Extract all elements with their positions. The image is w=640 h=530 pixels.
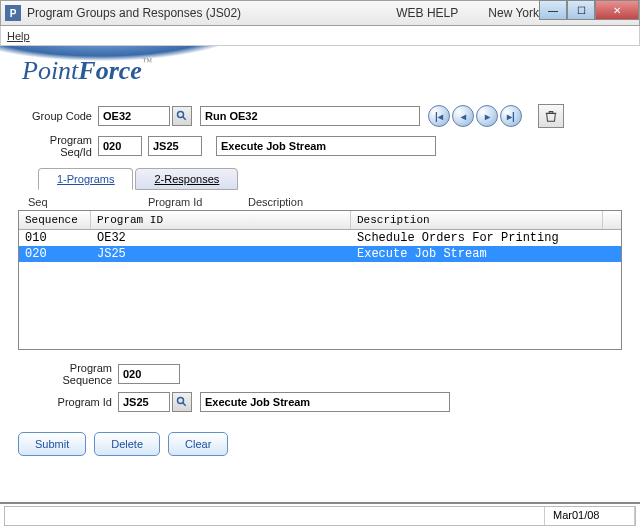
title-bar: P Program Groups and Responses (JS02) WE… (0, 0, 640, 26)
logo-area: PointForce™ (0, 46, 640, 96)
group-code-lookup-icon[interactable] (172, 106, 192, 126)
close-button[interactable]: ✕ (595, 0, 639, 20)
clear-button[interactable]: Clear (168, 432, 228, 456)
svg-point-0 (178, 112, 184, 118)
logo: PointForce™ (22, 56, 152, 86)
table-row[interactable]: 020JS25Execute Job Stream (19, 246, 621, 262)
submit-button[interactable]: Submit (18, 432, 86, 456)
bottom-program-desc-input[interactable] (200, 392, 450, 412)
col-hint-prgid: Program Id (148, 196, 248, 208)
program-desc-input[interactable] (216, 136, 436, 156)
cell-prgid: OE32 (91, 230, 351, 246)
svg-line-3 (183, 403, 186, 406)
group-code-label: Group Code (18, 110, 98, 122)
cell-seq: 010 (19, 230, 91, 246)
tab-programs[interactable]: 1-Programs (38, 168, 133, 190)
cell-desc: Execute Job Stream (351, 246, 621, 262)
group-desc-input[interactable] (200, 106, 420, 126)
grid-header-desc[interactable]: Description (351, 211, 603, 229)
grid-header-prgid[interactable]: Program ID (91, 211, 351, 229)
col-hint-desc: Description (248, 196, 303, 208)
grid-header-seq[interactable]: Sequence (19, 211, 91, 229)
app-icon: P (5, 5, 21, 21)
cell-seq: 020 (19, 246, 91, 262)
program-grid[interactable]: Sequence Program ID Description 010OE32S… (18, 210, 622, 350)
bottom-program-id-lookup-icon[interactable] (172, 392, 192, 412)
nav-prev-button[interactable]: ◂ (452, 105, 474, 127)
logo-tm: ™ (142, 56, 152, 67)
program-seq-label: Program Seq/Id (18, 134, 98, 158)
web-help-link[interactable]: WEB HELP (396, 6, 458, 20)
program-sequence-input[interactable] (118, 364, 180, 384)
svg-line-1 (183, 117, 186, 120)
program-id-input[interactable] (148, 136, 202, 156)
status-bar: Mar01/08 (4, 506, 636, 526)
bottom-program-id-label: Program Id (18, 396, 118, 408)
location-label: New York (488, 6, 539, 20)
program-seq-input[interactable] (98, 136, 142, 156)
delete-button[interactable]: Delete (94, 432, 160, 456)
status-date: Mar01/08 (545, 507, 635, 525)
logo-point: Point (22, 56, 78, 85)
cell-desc: Schedule Orders For Printing (351, 230, 621, 246)
logo-force: Force (78, 56, 142, 85)
program-sequence-label: Program Sequence (18, 362, 118, 386)
trash-button[interactable] (538, 104, 564, 128)
window-title: Program Groups and Responses (JS02) (27, 6, 241, 20)
menu-bar: Help (0, 26, 640, 46)
svg-point-2 (178, 398, 184, 404)
col-hint-seq: Seq (28, 196, 148, 208)
menu-help[interactable]: Help (7, 30, 30, 42)
nav-first-button[interactable]: |◂ (428, 105, 450, 127)
nav-last-button[interactable]: ▸| (500, 105, 522, 127)
nav-next-button[interactable]: ▸ (476, 105, 498, 127)
bottom-program-id-input[interactable] (118, 392, 170, 412)
maximize-button[interactable]: ☐ (567, 0, 595, 20)
minimize-button[interactable]: — (539, 0, 567, 20)
cell-prgid: JS25 (91, 246, 351, 262)
table-row[interactable]: 010OE32Schedule Orders For Printing (19, 230, 621, 246)
group-code-input[interactable] (98, 106, 170, 126)
tab-responses[interactable]: 2-Responses (135, 168, 238, 190)
column-hints: Seq Program Id Description (18, 196, 622, 208)
grid-header-scroll (603, 211, 621, 229)
grid-header: Sequence Program ID Description (19, 211, 621, 230)
